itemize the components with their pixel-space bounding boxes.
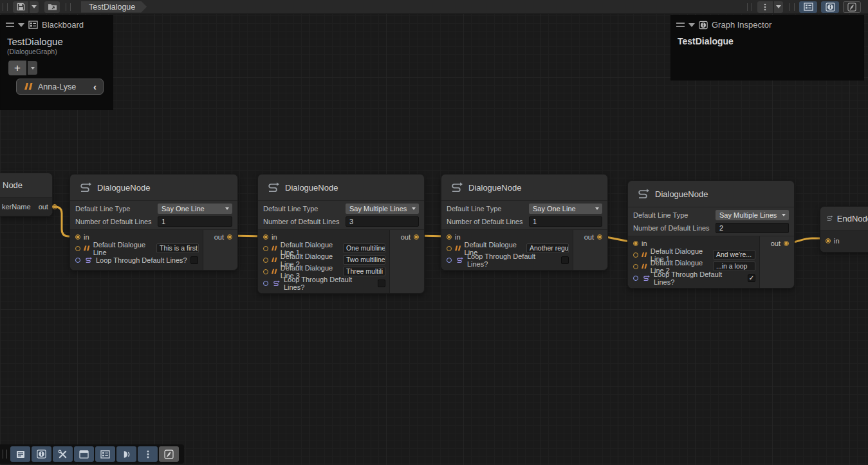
num-lines-field[interactable]: 3	[346, 216, 419, 227]
node-dialogue-4[interactable]: DialogueNode Default Line Type Say Multi…	[627, 180, 795, 289]
in-port[interactable]	[447, 234, 452, 240]
overflow-menu-button[interactable]	[757, 1, 773, 13]
toolbar-drag-handle[interactable]	[3, 3, 8, 11]
collapse-triangle-icon[interactable]	[18, 23, 24, 27]
field-label: Number of Default Lines	[75, 218, 158, 225]
out-port[interactable]	[784, 241, 789, 246]
node-dialogue-3[interactable]: DialogueNode Default Line Type Say One L…	[441, 174, 608, 270]
loop-checkbox[interactable]	[190, 256, 198, 264]
toggle-preview-window-button[interactable]	[843, 1, 861, 13]
inspector-button[interactable]	[32, 446, 51, 462]
chevron-down-icon	[782, 214, 786, 216]
in-port[interactable]	[826, 238, 831, 243]
port-label: kerName	[2, 203, 31, 211]
line-port[interactable]	[633, 264, 638, 269]
node-start[interactable]: Node kerName out	[0, 173, 53, 216]
save-dropdown-button[interactable]	[30, 1, 39, 13]
out-port[interactable]	[414, 234, 419, 240]
node-title[interactable]: DialogueNode	[441, 175, 607, 200]
window-button[interactable]	[74, 446, 94, 462]
line-type-dropdown[interactable]: Say One Line	[158, 204, 232, 214]
in-port[interactable]	[75, 234, 80, 240]
field-label: Number of Default Lines	[633, 224, 716, 232]
property-name-label: Anna-Lyse	[38, 82, 88, 91]
num-lines-field[interactable]: 2	[716, 223, 789, 233]
out-port[interactable]	[597, 234, 602, 240]
num-lines-field[interactable]: 1	[158, 216, 232, 227]
blackboard-icon	[100, 450, 110, 459]
blackboard-header[interactable]: Blackboard	[1, 15, 113, 32]
loop-port[interactable]	[75, 258, 80, 263]
out-port[interactable]	[227, 234, 232, 240]
tools-button[interactable]	[53, 446, 73, 462]
node-title[interactable]: DialogueNode	[70, 175, 237, 200]
hamburger-icon[interactable]	[6, 23, 14, 27]
loop-port[interactable]	[263, 281, 268, 286]
node-title[interactable]: DialogueNode	[258, 175, 424, 200]
toolbar-drag-handle[interactable]	[3, 450, 7, 459]
dialogue-line-field[interactable]: Two multiline	[343, 255, 385, 265]
line-type-dropdown[interactable]: Say Multiple Lines	[716, 210, 789, 220]
loop-checkbox[interactable]	[748, 274, 755, 282]
line-port[interactable]	[263, 246, 268, 251]
dialogue-line-field[interactable]: One multiline	[343, 243, 385, 253]
loop-port[interactable]	[633, 276, 638, 281]
more-button[interactable]	[138, 446, 158, 462]
dialogue-line-field[interactable]: And we're...	[713, 250, 755, 260]
hamburger-icon[interactable]	[676, 23, 685, 27]
line-port[interactable]	[75, 246, 80, 251]
loop-squiggle-icon	[455, 257, 464, 263]
toolbar-drag-handle[interactable]	[66, 3, 71, 11]
line-port[interactable]	[263, 269, 268, 274]
quill-button[interactable]	[159, 446, 179, 462]
num-lines-field[interactable]: 1	[529, 216, 602, 227]
blackboard-property-anna-lyse[interactable]: Anna-Lyse ‹	[16, 79, 104, 95]
node-end[interactable]: EndNode in	[820, 206, 868, 252]
toolbar-drag-handle[interactable]	[747, 3, 752, 11]
node-title[interactable]: EndNode	[820, 207, 868, 230]
chevron-down-icon	[225, 207, 229, 210]
node-title-label: Node	[3, 180, 23, 190]
save-button[interactable]	[13, 1, 28, 13]
graph-inspector-panel[interactable]: Graph Inspector TestDialogue	[670, 15, 864, 81]
loop-checkbox[interactable]	[378, 280, 385, 287]
breadcrumb[interactable]: TestDialogue	[81, 1, 147, 13]
node-dialogue-2[interactable]: DialogueNode Default Line Type Say Multi…	[257, 174, 425, 294]
console-button[interactable]	[10, 446, 30, 462]
line-port[interactable]	[263, 258, 268, 263]
toolbar-drag-handle[interactable]	[790, 3, 795, 11]
node-dialogue-1[interactable]: DialogueNode Default Line Type Say One L…	[69, 174, 238, 270]
kebab-icon	[764, 3, 766, 11]
in-port[interactable]	[633, 241, 638, 246]
top-toolbar: TestDialogue	[0, 0, 868, 14]
line-port[interactable]	[633, 252, 638, 258]
chevron-left-icon[interactable]: ‹	[93, 81, 97, 92]
dialogue-line-field[interactable]: This is a first	[156, 243, 199, 253]
collapse-triangle-icon[interactable]	[688, 23, 695, 27]
line-type-dropdown[interactable]: Say One Line	[529, 204, 602, 214]
folder-open-icon	[48, 3, 57, 11]
preview-button[interactable]	[116, 446, 136, 462]
overflow-dropdown-button[interactable]	[774, 1, 783, 13]
line-port[interactable]	[447, 246, 452, 251]
out-port[interactable]	[52, 204, 57, 209]
field-label: Number of Default Lines	[263, 218, 346, 225]
graph-editor-canvas[interactable]: TestDialogue Blackboard TestDialogue	[0, 0, 868, 465]
open-asset-button[interactable]	[44, 1, 60, 13]
in-port[interactable]	[263, 234, 268, 240]
blackboard-button[interactable]	[95, 446, 115, 462]
loop-checkbox[interactable]	[561, 256, 569, 264]
quote-icon	[642, 252, 647, 258]
graph-inspector-header[interactable]: Graph Inspector	[671, 15, 863, 32]
line-type-dropdown[interactable]: Say Multiple Lines	[346, 204, 419, 214]
loop-port[interactable]	[447, 258, 452, 263]
chevron-down-icon	[412, 207, 416, 210]
blackboard-panel[interactable]: Blackboard TestDialogue (DialogueGraph) …	[0, 15, 113, 110]
toggle-inspector-button[interactable]	[821, 1, 839, 13]
toggle-blackboard-button[interactable]	[799, 1, 817, 13]
node-title[interactable]: Node	[0, 173, 52, 197]
add-property-dropdown[interactable]	[28, 61, 37, 75]
dialogue-squiggle-icon	[266, 182, 280, 193]
add-property-button[interactable]: +	[8, 61, 26, 75]
node-title[interactable]: DialogueNode	[628, 181, 794, 207]
